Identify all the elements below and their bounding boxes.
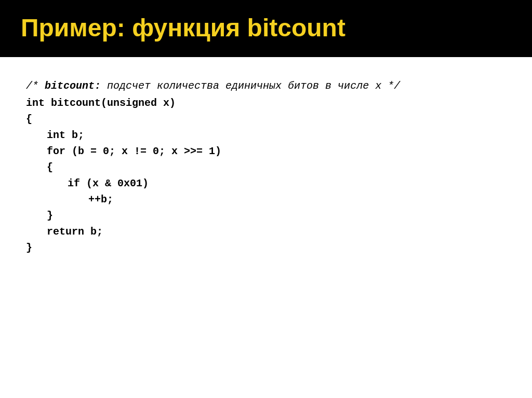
code-line-7: ++b; [26,191,506,208]
code-line-9: return b; [26,224,506,240]
code-line-2: { [26,111,506,127]
code-comment: /* bitcount: подсчет количества единичны… [26,78,506,94]
slide-content: /* bitcount: подсчет количества единичны… [0,57,532,271]
slide-title: Пример: функция bitcount [21,13,345,42]
code-line-8: } [26,208,506,224]
code-line-6: if (x & 0x01) [26,175,506,191]
code-line-1: int bitcount(unsigned x) [26,95,506,111]
comment-bold: bitcount: [45,80,101,92]
slide-header: Пример: функция bitcount [0,0,532,57]
code-line-3: int b; [26,127,506,143]
code-line-4: for (b = 0; x != 0; x >>= 1) [26,143,506,159]
code-block: /* bitcount: подсчет количества единичны… [26,78,506,256]
code-line-10: } [26,240,506,256]
code-line-5: { [26,159,506,175]
